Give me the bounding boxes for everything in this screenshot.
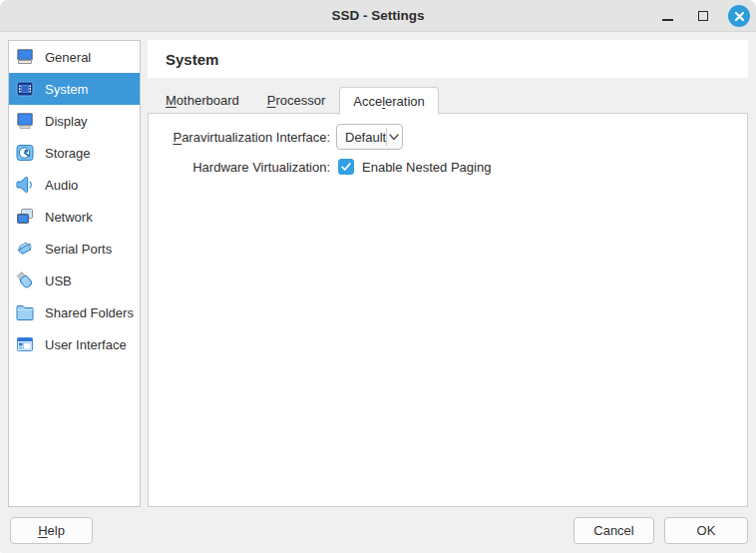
tab-label: Motherboard [166, 93, 239, 108]
close-button[interactable] [728, 5, 750, 27]
sidebar-item-user-interface[interactable]: User Interface [9, 328, 140, 360]
hardware-virtualization-row: Hardware Virtualization: Enable Nested P… [149, 157, 747, 177]
maximize-icon [698, 11, 708, 21]
tab-acceleration[interactable]: Acceleration [339, 87, 439, 115]
sidebar-item-label: Audio [45, 178, 78, 193]
sidebar-item-serial-ports[interactable]: Serial Ports [9, 233, 140, 265]
tab-bar: Motherboard Processor Acceleration [148, 86, 748, 114]
minimize-button[interactable] [656, 5, 678, 27]
window-title: SSD - Settings [331, 8, 424, 23]
maximize-button[interactable] [692, 5, 714, 27]
shared-folders-icon [14, 301, 36, 323]
usb-icon [14, 270, 36, 291]
tab-label: Acceleration [353, 94, 425, 109]
sidebar-item-storage[interactable]: Storage [9, 137, 140, 169]
sidebar-item-general[interactable]: General [9, 41, 140, 73]
settings-window: SSD - Settings General System D [0, 0, 756, 553]
titlebar[interactable]: SSD - Settings [0, 0, 756, 32]
tab-label: Processor [267, 93, 326, 108]
sidebar: General System Display Storage Audio [8, 40, 141, 507]
paravirtualization-row: Paravirtualization Interface: Default [149, 124, 747, 150]
tab-processor[interactable]: Processor [253, 86, 340, 114]
sidebar-item-usb[interactable]: USB [9, 265, 140, 296]
window-controls [656, 0, 750, 32]
sidebar-item-label: User Interface [45, 337, 127, 352]
network-icon [14, 206, 36, 228]
general-icon [14, 46, 36, 68]
tab-motherboard[interactable]: Motherboard [152, 86, 253, 114]
sidebar-item-label: Display [45, 114, 88, 129]
sidebar-item-audio[interactable]: Audio [9, 169, 140, 201]
storage-icon [14, 142, 36, 164]
help-button-label: Help [38, 523, 65, 538]
nested-paging-label: Enable Nested Paging [362, 160, 491, 175]
minimize-icon [662, 19, 673, 21]
hardware-virtualization-label: Hardware Virtualization: [149, 160, 330, 175]
user-interface-icon [14, 333, 36, 355]
paravirtualization-label: Paravirtualization Interface: [149, 130, 330, 145]
sidebar-item-system[interactable]: System [9, 73, 140, 105]
serial-ports-icon [14, 238, 36, 260]
check-icon [340, 161, 352, 173]
sidebar-item-label: General [45, 50, 91, 65]
paravirtualization-select[interactable]: Default [336, 124, 403, 150]
cancel-button[interactable]: Cancel [573, 517, 654, 544]
sidebar-item-network[interactable]: Network [9, 201, 140, 233]
ok-button[interactable]: OK [664, 517, 748, 544]
system-icon [14, 78, 36, 100]
acceleration-panel: Paravirtualization Interface: Default Ha… [148, 113, 748, 507]
sidebar-item-display[interactable]: Display [9, 105, 140, 137]
page-header: System [148, 40, 748, 78]
close-icon [734, 11, 745, 22]
nested-paging-checkbox[interactable] [338, 159, 354, 175]
sidebar-item-label: USB [45, 274, 72, 288]
audio-icon [14, 174, 36, 196]
sidebar-item-label: Shared Folders [45, 305, 134, 320]
sidebar-item-label: Storage [45, 146, 91, 161]
paravirtualization-value: Default [337, 130, 386, 145]
sidebar-item-label: System [45, 82, 88, 97]
page-title: System [166, 51, 218, 68]
chevron-down-icon [387, 134, 402, 141]
sidebar-item-label: Network [45, 210, 93, 225]
sidebar-item-label: Serial Ports [45, 242, 112, 257]
help-button[interactable]: Help [10, 517, 93, 544]
display-icon [14, 110, 36, 132]
sidebar-item-shared-folders[interactable]: Shared Folders [9, 296, 140, 328]
